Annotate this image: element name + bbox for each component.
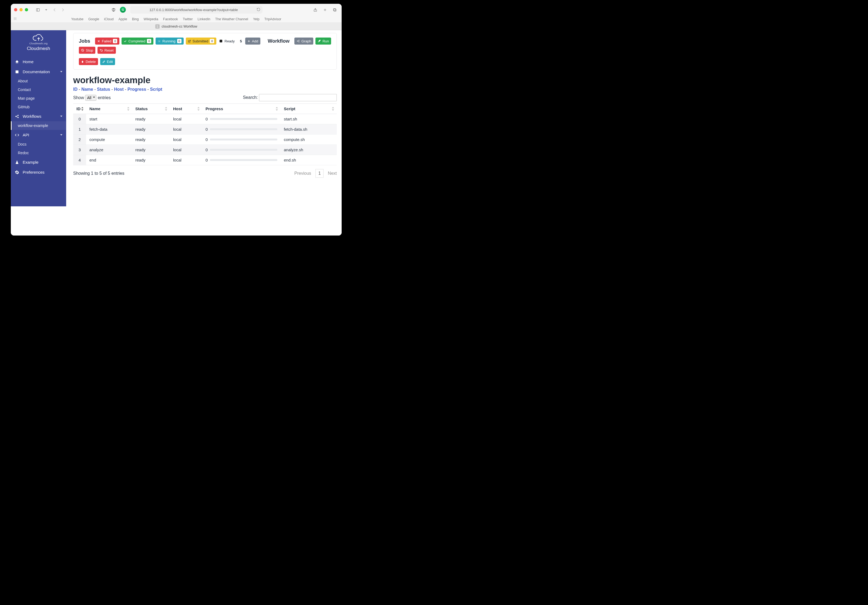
crumb-link[interactable]: Status — [97, 87, 110, 92]
close-window-button[interactable] — [14, 8, 17, 11]
svg-point-8 — [15, 17, 16, 18]
sidebar-item-preferences[interactable]: Preferences — [11, 167, 66, 177]
reload-icon[interactable] — [257, 8, 260, 12]
bookmark-link[interactable]: Apple — [119, 17, 127, 21]
maximize-window-button[interactable] — [25, 8, 28, 11]
pill-label: Delete — [85, 60, 96, 64]
col-progress[interactable]: Progress — [202, 104, 281, 114]
pill-label: Completed — [128, 39, 145, 43]
sidebar-subitem-github[interactable]: GitHub — [11, 102, 66, 111]
col-id[interactable]: ID — [73, 104, 86, 114]
sidebar-item-workflows[interactable]: Workflows — [11, 111, 66, 121]
bookmark-link[interactable]: iCloud — [104, 17, 113, 21]
failed-pill[interactable]: Failed 0 — [95, 37, 119, 45]
workflow-title: Workflow — [268, 38, 290, 44]
tab-title[interactable]: cloudmesh-cc Workflow — [162, 25, 197, 28]
svg-point-19 — [17, 117, 19, 118]
column-links: ID - Name - Status - Host - Progress - S… — [73, 87, 340, 92]
action-card: Jobs Failed 0 Completed 0 Running 0 — [73, 33, 337, 70]
window-toolbar: G 127.0.0.1:8000/workflow/workflow-examp… — [11, 4, 342, 16]
stop-button[interactable]: Stop — [79, 47, 95, 54]
bookmark-link[interactable]: Yelp — [253, 17, 260, 21]
bookmark-link[interactable]: LinkedIn — [198, 17, 210, 21]
bookmark-link[interactable]: Youtube — [71, 17, 83, 21]
sidebar-subitem-docs[interactable]: Docs — [11, 140, 66, 149]
sidebar-subitem-redoc[interactable]: Redoc — [11, 149, 66, 157]
col-host[interactable]: Host — [170, 104, 202, 114]
table-row[interactable]: 4endreadylocal0end.sh — [73, 155, 337, 165]
col-status[interactable]: Status — [132, 104, 170, 114]
col-script[interactable]: Script — [281, 104, 337, 114]
trash-icon — [81, 60, 84, 63]
graph-button[interactable]: Graph — [294, 37, 313, 45]
crumb-link[interactable]: Name — [81, 87, 93, 92]
cell-id: 1 — [73, 124, 86, 135]
bookmark-link[interactable]: TripAdvisor — [264, 17, 281, 21]
sidebar-subitem-about[interactable]: About — [11, 77, 66, 85]
next-button[interactable]: Next — [328, 171, 337, 176]
prev-button[interactable]: Previous — [294, 171, 311, 176]
nav-forward-button[interactable] — [59, 6, 67, 14]
cell-host: local — [170, 124, 202, 135]
grammarly-extension-icon[interactable]: G — [120, 7, 126, 13]
sidebar-menu-chevron-icon[interactable] — [44, 6, 48, 14]
address-bar[interactable]: 127.0.0.1:8000/workflow/workflow-example… — [130, 6, 262, 14]
submitted-pill[interactable]: Submitted 0 — [186, 37, 217, 45]
run-button[interactable]: Run — [315, 37, 331, 45]
cell-name: end — [86, 155, 132, 165]
cell-id: 4 — [73, 155, 86, 165]
pill-label: Edit — [107, 60, 113, 64]
running-pill[interactable]: Running 0 — [155, 37, 183, 45]
share-icon[interactable] — [312, 6, 319, 14]
search-input[interactable] — [259, 94, 337, 101]
nav-back-button[interactable] — [51, 6, 58, 14]
pencil-icon — [102, 60, 105, 63]
tab-bar: 1 cloudmesh-cc Workflow — [11, 23, 342, 30]
tab-overview-icon[interactable] — [331, 6, 338, 14]
bookmark-link[interactable]: Wikipedia — [144, 17, 158, 21]
table-row[interactable]: 3analyzereadylocal0analyze.sh — [73, 145, 337, 155]
search-label: Search: — [243, 95, 258, 100]
sidebar-subitem-workflow-example[interactable]: workflow-example — [11, 121, 66, 130]
edit-button[interactable]: Edit — [100, 58, 115, 65]
sidebar-item-example[interactable]: Example — [11, 157, 66, 167]
sidebar-subitem-manpage[interactable]: Man page — [11, 94, 66, 102]
bookmark-link[interactable]: The Weather Channel — [215, 17, 248, 21]
crumb-link[interactable]: Script — [150, 87, 162, 92]
bookmark-link[interactable]: Google — [88, 17, 99, 21]
cell-progress: 0 — [202, 135, 281, 145]
col-name[interactable]: Name — [86, 104, 132, 114]
minimize-window-button[interactable] — [19, 8, 23, 11]
completed-pill[interactable]: Completed 0 — [121, 37, 153, 45]
sidebar-item-documentation[interactable]: Documentation — [11, 67, 66, 77]
sidebar-toggle-icon[interactable] — [34, 6, 42, 14]
sidebar-item-label: Documentation — [23, 70, 50, 74]
cell-script: start.sh — [281, 114, 337, 124]
table-row[interactable]: 1fetch-datareadylocal0fetch-data.sh — [73, 124, 337, 135]
tracking-shield-icon[interactable] — [110, 6, 117, 14]
crumb-link[interactable]: Progress — [127, 87, 146, 92]
table-row[interactable]: 0startreadylocal0start.sh — [73, 114, 337, 124]
code-icon — [15, 133, 19, 137]
table-row[interactable]: 2computereadylocal0compute.sh — [73, 135, 337, 145]
reset-button[interactable]: Reset — [98, 47, 116, 54]
sidebar-subitem-contact[interactable]: Contact — [11, 85, 66, 94]
page-1-button[interactable]: 1 — [315, 169, 324, 178]
bookmark-link[interactable]: Twitter — [183, 17, 193, 21]
add-button[interactable]: Add — [245, 37, 260, 45]
page-length-select[interactable]: All — [85, 95, 96, 101]
x-icon — [97, 40, 100, 43]
delete-button[interactable]: Delete — [79, 58, 98, 65]
sidebar-item-home[interactable]: Home — [11, 57, 66, 67]
crumb-link[interactable]: ID — [73, 87, 78, 92]
pill-label: Failed — [102, 39, 111, 43]
bookmark-link[interactable]: Facebook — [163, 17, 178, 21]
bookmark-link[interactable]: Bing — [132, 17, 139, 21]
apps-grid-icon[interactable] — [14, 17, 17, 21]
crumb-link[interactable]: Host — [114, 87, 124, 92]
external-link-icon — [188, 40, 191, 43]
brand-subtitle: Cloudmesh.org — [11, 42, 66, 45]
new-tab-icon[interactable] — [321, 6, 329, 14]
sidebar-item-api[interactable]: API — [11, 130, 66, 140]
flask-icon — [15, 160, 19, 164]
